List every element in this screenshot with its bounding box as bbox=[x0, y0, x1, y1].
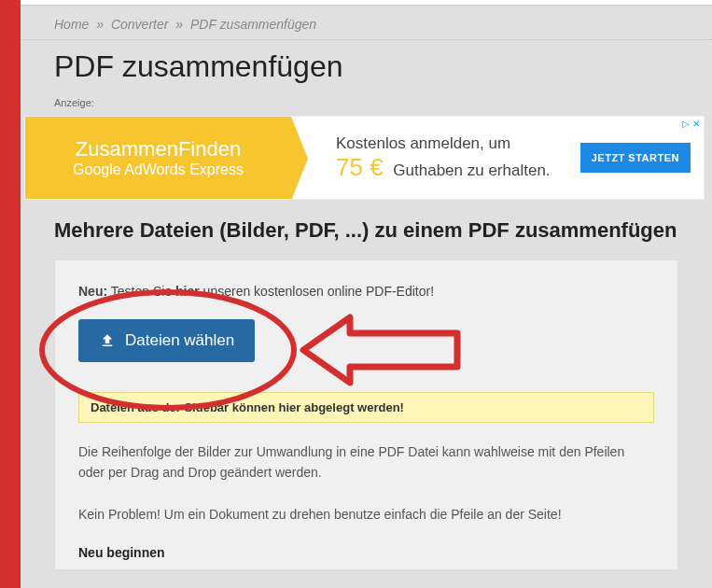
breadcrumb-converter[interactable]: Converter bbox=[111, 17, 168, 32]
neu-label: Neu: bbox=[78, 284, 107, 299]
choose-files-button[interactable]: Dateien wählen bbox=[78, 319, 255, 362]
ad-cta-button[interactable]: JETZT STARTEN bbox=[580, 143, 691, 173]
reorder-hint: Die Reihenfolge der Bilder zur Umwandlun… bbox=[78, 441, 654, 483]
page-title: PDF zusammenfügen bbox=[21, 39, 712, 91]
upload-icon bbox=[99, 332, 116, 349]
adchoices-icon[interactable]: ▷ ✕ bbox=[682, 119, 700, 129]
restart-link[interactable]: Neu beginnen bbox=[78, 545, 654, 560]
sidebar-stripe bbox=[0, 0, 21, 588]
ad-brand-title: ZusammenFinden bbox=[76, 137, 241, 161]
choose-files-label: Dateien wählen bbox=[125, 331, 234, 350]
drop-zone[interactable]: Dateien aus der Sidebar können hier abge… bbox=[78, 392, 654, 423]
ad-banner[interactable]: ZusammenFinden Google AdWords Express Ko… bbox=[24, 116, 705, 200]
section-subtitle: Mehrere Dateien (Bilder, PDF, ...) zu ei… bbox=[21, 200, 712, 259]
ad-brand-subtitle: Google AdWords Express bbox=[73, 161, 244, 178]
breadcrumb-current: PDF zusammenfügen bbox=[190, 17, 316, 32]
hier-link[interactable]: hier bbox=[175, 284, 200, 299]
ad-text-line2: Guthaben zu erhalten. bbox=[393, 161, 550, 179]
new-feature-text: Neu: Testen Sie hier unseren kostenlosen… bbox=[78, 284, 654, 299]
breadcrumb-sep: » bbox=[92, 17, 107, 32]
breadcrumb: Home » Converter » PDF zusammenfügen bbox=[21, 6, 712, 39]
upload-panel: Neu: Testen Sie hier unseren kostenlosen… bbox=[54, 259, 678, 570]
rotate-hint: Kein Problem! Um ein Dokument zu drehen … bbox=[78, 504, 654, 525]
ad-text-line1: Kostenlos anmelden, um bbox=[336, 134, 551, 153]
ad-text: Kostenlos anmelden, um 75 € Guthaben zu … bbox=[291, 117, 580, 199]
breadcrumb-home[interactable]: Home bbox=[54, 17, 89, 32]
breadcrumb-sep: » bbox=[172, 17, 187, 32]
ad-label: Anzeige: bbox=[21, 91, 712, 112]
main-content: Home » Converter » PDF zusammenfügen PDF… bbox=[21, 0, 712, 570]
ad-brand-panel: ZusammenFinden Google AdWords Express bbox=[25, 117, 291, 199]
ad-price: 75 € bbox=[336, 153, 389, 181]
